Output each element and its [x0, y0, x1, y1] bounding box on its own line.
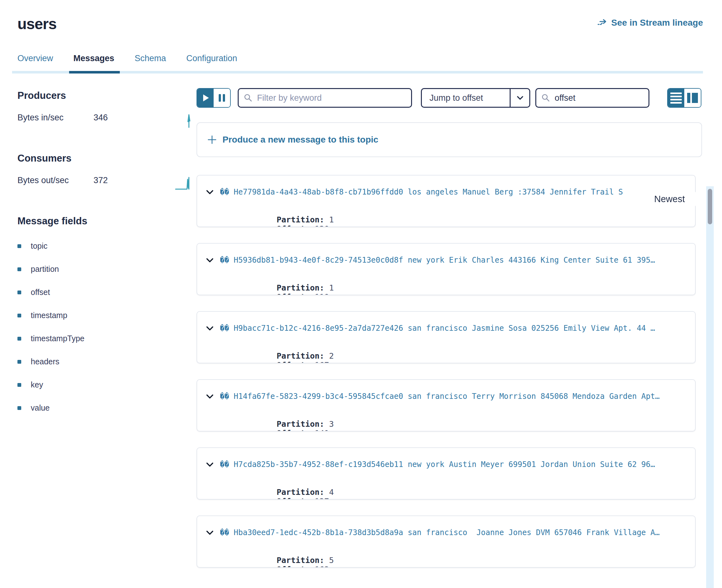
field-label: timestampType	[31, 334, 85, 343]
field-item-timestamp: timestamp	[17, 311, 197, 320]
offset-search-input[interactable]	[555, 93, 643, 103]
bytes-out-value: 372	[94, 175, 135, 185]
pause-button[interactable]	[214, 89, 230, 107]
topic-page: users See in Stream lineage Overview Mes…	[0, 0, 722, 588]
consumers-heading: Consumers	[17, 153, 197, 164]
message-row[interactable]: �� H5936db81-b943-4e0f-8c29-74513e0c0d8f…	[197, 243, 696, 295]
partition-value: 4	[329, 487, 334, 497]
message-key: �� H9bacc71c-b12c-4216-8e95-2a7da727e426…	[220, 324, 687, 333]
message-row[interactable]: �� H14fa67fe-5823-4299-b3c4-595845cfcae0…	[197, 379, 696, 432]
producers-heading: Producers	[17, 90, 197, 101]
field-item-offset: offset	[17, 288, 197, 297]
play-pause-toggle	[197, 88, 231, 108]
play-icon	[203, 94, 209, 101]
bytes-in-row: Bytes in/sec 346	[17, 113, 197, 128]
message-key: �� H7cda825b-35b7-4952-88ef-c193d546eb11…	[220, 460, 687, 469]
expand-chevron-icon[interactable]	[206, 530, 214, 535]
bullet-icon	[17, 244, 21, 248]
offset-value: 127	[315, 497, 329, 500]
offset-label: Offset:	[277, 565, 310, 568]
bytes-out-row: Bytes out/sec 372	[17, 175, 197, 191]
message-key: �� H14fa67fe-5823-4299-b3c4-595845cfcae0…	[220, 392, 687, 401]
message-row[interactable]: �� Hba30eed7-1edc-452b-8b1a-738d3b5d8a9a…	[197, 516, 696, 568]
list-view-button[interactable]	[668, 89, 684, 107]
tab-messages[interactable]: Messages	[74, 54, 115, 71]
field-item-key: key	[17, 380, 197, 390]
expand-chevron-icon[interactable]	[206, 326, 214, 331]
tab-underline-track	[12, 71, 703, 74]
partition-label: Partition:	[277, 419, 325, 429]
keyword-filter	[238, 88, 412, 108]
page-header: users See in Stream lineage	[0, 0, 722, 33]
field-item-headers: headers	[17, 357, 197, 366]
chevron-down-icon	[517, 96, 523, 100]
field-label: offset	[31, 288, 50, 297]
offset-value: 163	[315, 565, 329, 568]
newest-tooltip: Newest	[644, 189, 703, 209]
search-icon	[541, 93, 550, 102]
field-item-value: value	[17, 403, 197, 413]
message-fields-list: topic partition offset timestamp timesta…	[17, 241, 197, 413]
pause-icon	[219, 94, 225, 102]
field-label: topic	[31, 241, 47, 251]
tab-schema[interactable]: Schema	[135, 54, 166, 71]
play-button[interactable]	[197, 89, 214, 107]
offset-value: 141	[315, 429, 329, 432]
bullet-icon	[17, 291, 21, 294]
bytes-in-value: 346	[94, 113, 135, 123]
messages-toolbar: Jump to offset	[197, 88, 702, 108]
message-key: �� H5936db81-b943-4e0f-8c29-74513e0c0d8f…	[220, 256, 687, 265]
field-item-partition: partition	[17, 265, 197, 274]
field-label: timestamp	[31, 311, 67, 320]
offset-search	[535, 88, 649, 108]
produce-message-button[interactable]: Produce a new message to this topic	[197, 122, 702, 157]
field-label: value	[31, 403, 50, 413]
field-label: headers	[31, 357, 59, 366]
message-meta: Partition: 4 Offset: 127 Timestamp: 1659…	[219, 478, 687, 500]
field-label: key	[31, 380, 43, 390]
offset-value: 167	[315, 360, 329, 363]
expand-chevron-icon[interactable]	[206, 462, 214, 467]
content-area: Producers Bytes in/sec 346 Consumers Byt…	[0, 74, 722, 588]
bullet-icon	[17, 360, 21, 364]
jump-to-offset-value[interactable]: Jump to offset	[422, 93, 510, 103]
jump-select-chevron-button[interactable]	[510, 89, 529, 107]
plus-icon	[207, 135, 217, 145]
column-view-icon	[687, 93, 698, 103]
bullet-icon	[17, 267, 21, 271]
partition-value: 5	[329, 556, 334, 565]
message-meta: Partition: 1 Offset: 120 Timestamp: 1659…	[219, 206, 687, 227]
message-meta: Partition: 3 Offset: 141 Timestamp: 1659…	[219, 410, 687, 432]
expand-chevron-icon[interactable]	[206, 258, 214, 262]
partition-value: 1	[329, 215, 334, 224]
view-mode-toggle	[667, 88, 701, 108]
message-fields-heading: Message fields	[17, 215, 197, 227]
message-row[interactable]: �� H7cda825b-35b7-4952-88ef-c193d546eb11…	[197, 447, 696, 500]
tab-configuration[interactable]: Configuration	[186, 54, 238, 71]
offset-label: Offset:	[277, 224, 310, 227]
offset-label: Offset:	[277, 429, 310, 432]
column-view-button[interactable]	[684, 89, 701, 107]
produce-message-label: Produce a new message to this topic	[223, 135, 378, 145]
messages-panel: Jump to offset	[197, 74, 702, 588]
expand-chevron-icon[interactable]	[206, 394, 214, 399]
offset-value: 119	[315, 292, 329, 295]
message-meta: Partition: 5 Offset: 163 Timestamp: 1659…	[219, 546, 687, 568]
tab-overview[interactable]: Overview	[17, 54, 53, 71]
lineage-arrow-icon	[597, 19, 607, 27]
message-list: �� He77981da-4a43-48ab-b8f8-cb71b96ffdd0…	[197, 175, 702, 588]
scrollbar-thumb[interactable]	[708, 189, 712, 224]
message-row[interactable]: �� He77981da-4a43-48ab-b8f8-cb71b96ffdd0…	[197, 175, 696, 227]
stream-lineage-link[interactable]: See in Stream lineage	[597, 18, 703, 28]
message-row[interactable]: �� H9bacc71c-b12c-4216-8e95-2a7da727e426…	[197, 311, 696, 363]
bytes-out-sparkline	[175, 175, 194, 191]
newest-tooltip-label: Newest	[654, 194, 685, 204]
keyword-filter-input[interactable]	[257, 93, 406, 103]
partition-label: Partition:	[277, 283, 325, 292]
expand-chevron-icon[interactable]	[206, 190, 214, 194]
partition-label: Partition:	[277, 556, 325, 565]
partition-label: Partition:	[277, 487, 325, 497]
scrollbar-track[interactable]	[706, 186, 714, 588]
field-item-timestampType: timestampType	[17, 334, 197, 343]
offset-label: Offset:	[277, 497, 310, 500]
